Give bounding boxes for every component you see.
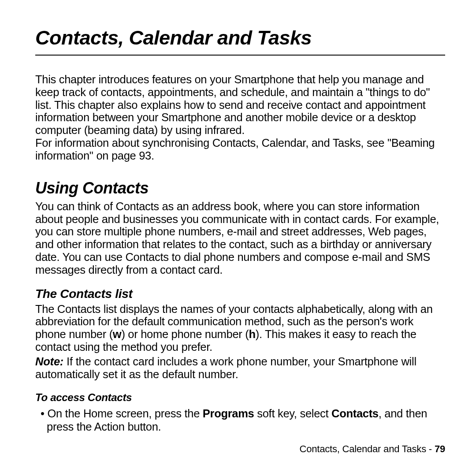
bullet-item: On the Home screen, press the Programs s… <box>35 407 445 433</box>
programs-label: Programs <box>203 407 254 420</box>
page-number: 79 <box>435 443 445 454</box>
footer-text: Contacts, Calendar and Tasks - <box>299 443 434 454</box>
section-paragraph: You can think of Contacts as an address … <box>35 200 445 276</box>
abbr-h: h <box>249 328 255 340</box>
note-text: If the contact card includes a work phon… <box>35 355 416 380</box>
contacts-list-paragraph: The Contacts list displays the names of … <box>35 303 445 353</box>
note-label: Note: <box>35 355 63 368</box>
document-page: Contacts, Calendar and Tasks This chapte… <box>0 0 476 476</box>
title-rule <box>35 55 445 56</box>
text-run: soft key, select <box>254 407 332 420</box>
intro-paragraph-1: This chapter introduces features on your… <box>35 73 445 137</box>
chapter-title: Contacts, Calendar and Tasks <box>35 26 445 49</box>
abbr-w: w <box>113 328 122 340</box>
text-run: On the Home screen, press the <box>47 407 202 420</box>
page-footer: Contacts, Calendar and Tasks - 79 <box>299 443 445 455</box>
subsubsection-title: To access Contacts <box>35 391 445 404</box>
contacts-label: Contacts <box>331 407 379 420</box>
note-paragraph: Note: If the contact card includes a wor… <box>35 355 445 381</box>
intro-paragraph-2: For information about synchronising Cont… <box>35 137 445 162</box>
section-title: Using Contacts <box>35 179 445 197</box>
subsection-title: The Contacts list <box>35 287 445 301</box>
text-run: ) or home phone number ( <box>121 328 249 340</box>
